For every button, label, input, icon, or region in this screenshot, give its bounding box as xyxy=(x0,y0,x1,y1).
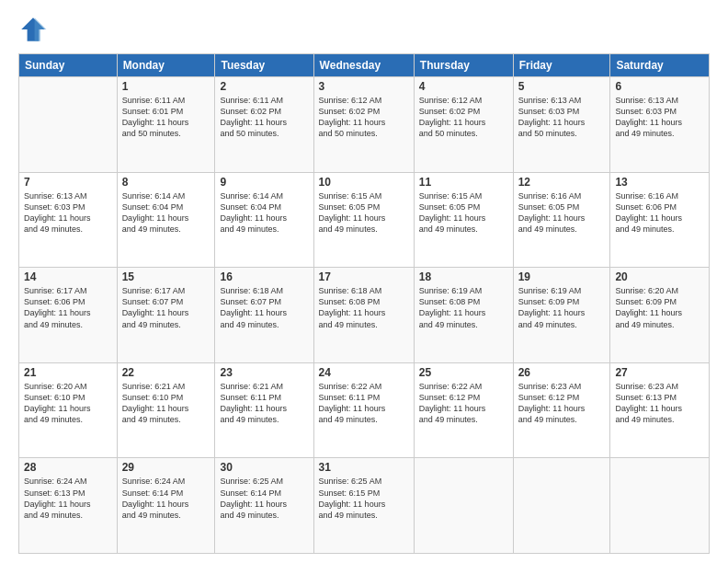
day-number: 16 xyxy=(220,270,308,283)
day-info: Sunrise: 6:20 AMSunset: 6:10 PMDaylight:… xyxy=(24,381,112,426)
day-number: 13 xyxy=(615,176,704,189)
day-number: 1 xyxy=(122,80,210,93)
day-number: 29 xyxy=(122,461,210,474)
calendar-cell: 23Sunrise: 6:21 AMSunset: 6:11 PMDayligh… xyxy=(215,362,313,458)
day-info: Sunrise: 6:15 AMSunset: 6:05 PMDaylight:… xyxy=(319,190,409,236)
calendar-week-1: 1Sunrise: 6:11 AMSunset: 6:01 PMDaylight… xyxy=(19,77,710,173)
calendar-cell: 6Sunrise: 6:13 AMSunset: 6:03 PMDaylight… xyxy=(610,77,710,173)
day-info: Sunrise: 6:22 AMSunset: 6:11 PMDaylight:… xyxy=(319,381,409,426)
weekday-header-thursday: Thursday xyxy=(414,54,513,77)
day-number: 4 xyxy=(419,80,508,93)
day-info: Sunrise: 6:17 AMSunset: 6:06 PMDaylight:… xyxy=(24,285,112,330)
day-info: Sunrise: 6:14 AMSunset: 6:04 PMDaylight:… xyxy=(122,190,210,236)
calendar-cell: 5Sunrise: 6:13 AMSunset: 6:03 PMDaylight… xyxy=(513,77,610,173)
weekday-header-monday: Monday xyxy=(117,54,215,77)
page: SundayMondayTuesdayWednesdayThursdayFrid… xyxy=(0,0,728,563)
day-info: Sunrise: 6:17 AMSunset: 6:07 PMDaylight:… xyxy=(122,285,210,330)
day-info: Sunrise: 6:13 AMSunset: 6:03 PMDaylight:… xyxy=(24,190,112,236)
day-number: 11 xyxy=(419,176,508,189)
day-number: 19 xyxy=(518,270,606,283)
calendar-cell: 30Sunrise: 6:25 AMSunset: 6:14 PMDayligh… xyxy=(215,458,313,554)
day-info: Sunrise: 6:16 AMSunset: 6:06 PMDaylight:… xyxy=(615,190,704,236)
day-info: Sunrise: 6:23 AMSunset: 6:13 PMDaylight:… xyxy=(615,381,704,426)
day-number: 15 xyxy=(122,270,210,283)
weekday-header-wednesday: Wednesday xyxy=(313,54,414,77)
calendar-table: SundayMondayTuesdayWednesdayThursdayFrid… xyxy=(18,53,710,554)
day-number: 23 xyxy=(220,366,308,379)
calendar-week-5: 28Sunrise: 6:24 AMSunset: 6:13 PMDayligh… xyxy=(19,458,710,554)
day-info: Sunrise: 6:11 AMSunset: 6:02 PMDaylight:… xyxy=(220,95,308,140)
calendar-cell xyxy=(414,458,513,554)
day-info: Sunrise: 6:12 AMSunset: 6:02 PMDaylight:… xyxy=(419,95,508,140)
day-number: 22 xyxy=(122,366,210,379)
calendar-cell: 8Sunrise: 6:14 AMSunset: 6:04 PMDaylight… xyxy=(117,172,215,268)
calendar-cell: 14Sunrise: 6:17 AMSunset: 6:06 PMDayligh… xyxy=(19,268,118,363)
day-info: Sunrise: 6:21 AMSunset: 6:11 PMDaylight:… xyxy=(220,381,308,426)
calendar-cell xyxy=(19,77,118,173)
calendar-cell: 21Sunrise: 6:20 AMSunset: 6:10 PMDayligh… xyxy=(19,362,118,458)
calendar-cell: 11Sunrise: 6:15 AMSunset: 6:05 PMDayligh… xyxy=(414,172,513,268)
day-number: 25 xyxy=(419,366,508,379)
weekday-header-friday: Friday xyxy=(513,54,610,77)
calendar-cell: 24Sunrise: 6:22 AMSunset: 6:11 PMDayligh… xyxy=(313,362,414,458)
calendar-cell: 2Sunrise: 6:11 AMSunset: 6:02 PMDaylight… xyxy=(215,77,313,173)
day-number: 9 xyxy=(220,176,308,189)
calendar-cell: 31Sunrise: 6:25 AMSunset: 6:15 PMDayligh… xyxy=(313,458,414,554)
calendar-cell: 20Sunrise: 6:20 AMSunset: 6:09 PMDayligh… xyxy=(610,268,710,363)
calendar-cell: 26Sunrise: 6:23 AMSunset: 6:12 PMDayligh… xyxy=(513,362,610,458)
day-number: 3 xyxy=(319,80,409,93)
calendar-cell xyxy=(610,458,710,554)
logo-icon xyxy=(18,15,48,44)
day-info: Sunrise: 6:19 AMSunset: 6:09 PMDaylight:… xyxy=(518,285,606,330)
weekday-header-tuesday: Tuesday xyxy=(215,54,313,77)
calendar-cell: 25Sunrise: 6:22 AMSunset: 6:12 PMDayligh… xyxy=(414,362,513,458)
day-info: Sunrise: 6:15 AMSunset: 6:05 PMDaylight:… xyxy=(419,190,508,236)
calendar-cell: 27Sunrise: 6:23 AMSunset: 6:13 PMDayligh… xyxy=(610,362,710,458)
svg-marker-1 xyxy=(35,17,47,41)
day-number: 8 xyxy=(122,176,210,189)
weekday-header-sunday: Sunday xyxy=(19,54,118,77)
calendar-cell: 18Sunrise: 6:19 AMSunset: 6:08 PMDayligh… xyxy=(414,268,513,363)
day-number: 24 xyxy=(319,366,409,379)
day-info: Sunrise: 6:24 AMSunset: 6:13 PMDaylight:… xyxy=(24,476,112,521)
calendar-cell: 7Sunrise: 6:13 AMSunset: 6:03 PMDaylight… xyxy=(19,172,118,268)
calendar-body: 1Sunrise: 6:11 AMSunset: 6:01 PMDaylight… xyxy=(19,77,710,554)
day-number: 31 xyxy=(319,461,409,474)
day-number: 28 xyxy=(24,461,112,474)
calendar-cell: 3Sunrise: 6:12 AMSunset: 6:02 PMDaylight… xyxy=(313,77,414,173)
calendar-cell: 28Sunrise: 6:24 AMSunset: 6:13 PMDayligh… xyxy=(19,458,118,554)
calendar-cell: 1Sunrise: 6:11 AMSunset: 6:01 PMDaylight… xyxy=(117,77,215,173)
calendar-cell xyxy=(513,458,610,554)
calendar-cell: 9Sunrise: 6:14 AMSunset: 6:04 PMDaylight… xyxy=(215,172,313,268)
calendar-week-4: 21Sunrise: 6:20 AMSunset: 6:10 PMDayligh… xyxy=(19,362,710,458)
calendar-cell: 17Sunrise: 6:18 AMSunset: 6:08 PMDayligh… xyxy=(313,268,414,363)
day-info: Sunrise: 6:18 AMSunset: 6:07 PMDaylight:… xyxy=(220,285,308,330)
day-info: Sunrise: 6:24 AMSunset: 6:14 PMDaylight:… xyxy=(122,476,210,521)
calendar-week-3: 14Sunrise: 6:17 AMSunset: 6:06 PMDayligh… xyxy=(19,268,710,363)
calendar-cell: 10Sunrise: 6:15 AMSunset: 6:05 PMDayligh… xyxy=(313,172,414,268)
calendar-cell: 29Sunrise: 6:24 AMSunset: 6:14 PMDayligh… xyxy=(117,458,215,554)
day-info: Sunrise: 6:23 AMSunset: 6:12 PMDaylight:… xyxy=(518,381,606,426)
day-number: 18 xyxy=(419,270,508,283)
day-number: 2 xyxy=(220,80,308,93)
day-info: Sunrise: 6:20 AMSunset: 6:09 PMDaylight:… xyxy=(615,285,704,330)
calendar-cell: 16Sunrise: 6:18 AMSunset: 6:07 PMDayligh… xyxy=(215,268,313,363)
day-number: 10 xyxy=(319,176,409,189)
day-info: Sunrise: 6:19 AMSunset: 6:08 PMDaylight:… xyxy=(419,285,508,330)
calendar-cell: 13Sunrise: 6:16 AMSunset: 6:06 PMDayligh… xyxy=(610,172,710,268)
logo xyxy=(18,15,51,44)
calendar-cell: 19Sunrise: 6:19 AMSunset: 6:09 PMDayligh… xyxy=(513,268,610,363)
day-number: 20 xyxy=(615,270,704,283)
weekday-header-saturday: Saturday xyxy=(610,54,710,77)
day-info: Sunrise: 6:11 AMSunset: 6:01 PMDaylight:… xyxy=(122,95,210,140)
day-info: Sunrise: 6:14 AMSunset: 6:04 PMDaylight:… xyxy=(220,190,308,236)
calendar-cell: 22Sunrise: 6:21 AMSunset: 6:10 PMDayligh… xyxy=(117,362,215,458)
day-info: Sunrise: 6:21 AMSunset: 6:10 PMDaylight:… xyxy=(122,381,210,426)
day-info: Sunrise: 6:22 AMSunset: 6:12 PMDaylight:… xyxy=(419,381,508,426)
day-info: Sunrise: 6:12 AMSunset: 6:02 PMDaylight:… xyxy=(319,95,409,140)
day-number: 12 xyxy=(518,176,606,189)
calendar-cell: 15Sunrise: 6:17 AMSunset: 6:07 PMDayligh… xyxy=(117,268,215,363)
calendar-cell: 12Sunrise: 6:16 AMSunset: 6:05 PMDayligh… xyxy=(513,172,610,268)
calendar-week-2: 7Sunrise: 6:13 AMSunset: 6:03 PMDaylight… xyxy=(19,172,710,268)
day-number: 17 xyxy=(319,270,409,283)
